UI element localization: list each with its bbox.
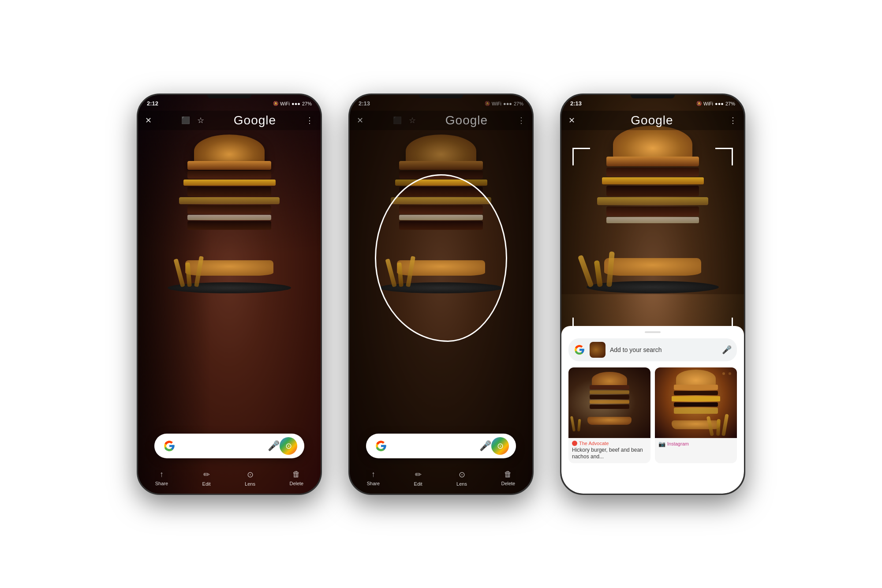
- lens-label: Lens: [245, 481, 255, 487]
- share-action[interactable]: ↑ Share: [155, 470, 168, 487]
- delete-label: Delete: [289, 481, 303, 486]
- share-action-2[interactable]: ↑ Share: [367, 470, 380, 487]
- result-image-2: [655, 367, 737, 438]
- lens-action-icon: ⊙: [247, 470, 254, 479]
- status-bar-1: 2:12 🔕 WiFi ●●● 27%: [138, 95, 321, 111]
- instagram-icon: 📷: [658, 441, 665, 447]
- result-card-2[interactable]: 📷 Instagram: [655, 367, 737, 463]
- wifi-icon-2: WiFi: [492, 101, 501, 106]
- phone-3: 2:13 🔕 WiFi ●●● 27% ✕ Google ⋮: [560, 94, 745, 495]
- source-name-1: The Advocate: [579, 441, 609, 446]
- more-menu-1[interactable]: ⋮: [306, 116, 314, 125]
- app-title-1: Google: [234, 113, 276, 127]
- result-card-1[interactable]: The Advocate Hickory burger, beef and be…: [568, 367, 650, 463]
- bottom-actions-1: ↑ Share ✏ Edit ⊙ Lens 🗑 Delete: [138, 470, 321, 487]
- google-g-logo-2: [373, 438, 389, 454]
- close-button-2[interactable]: ✕: [357, 116, 363, 125]
- volume-down-button: [137, 236, 138, 267]
- delete-icon-2: 🗑: [504, 470, 512, 479]
- more-menu-3[interactable]: ⋮: [729, 116, 737, 125]
- crop-corner-tr: [715, 148, 733, 165]
- mic-icon-3[interactable]: 🎤: [722, 345, 732, 355]
- close-button-3[interactable]: ✕: [568, 116, 575, 125]
- edit-label: Edit: [202, 481, 211, 487]
- lens-action[interactable]: ⊙ Lens: [245, 470, 255, 487]
- volume-down-button-2: [348, 236, 349, 267]
- bottom-search-bar-2[interactable]: 🎤 ⊙: [366, 434, 516, 458]
- mute-icon: 🔕: [273, 101, 278, 106]
- share-icon-2: ↑: [371, 470, 375, 479]
- status-time-2: 2:13: [359, 100, 370, 107]
- signal-icon-3: ●●●: [715, 101, 724, 106]
- volume-down-button-3: [560, 236, 561, 267]
- result-meta-2: 📷 Instagram: [655, 438, 737, 450]
- edit-action[interactable]: ✏ Edit: [202, 470, 211, 487]
- mute-icon-2: 🔕: [485, 101, 490, 106]
- search-row[interactable]: Add to your search 🎤: [568, 338, 737, 361]
- mute-button: [137, 165, 138, 187]
- battery-text-3: 27%: [725, 101, 735, 106]
- edit-icon-2: ✏: [415, 470, 422, 479]
- app-bar-2: ✕ ⬛ ☆ Google ⋮: [350, 111, 532, 130]
- google-g-logo-1: [161, 438, 177, 454]
- lens-action-icon-2: ⊙: [459, 470, 465, 479]
- power-button-2: [533, 192, 534, 227]
- mute-icon-3: 🔕: [696, 101, 702, 106]
- wifi-icon-3: WiFi: [703, 101, 713, 106]
- cast-icon-2[interactable]: ⬛: [393, 116, 402, 124]
- bottom-actions-2: ↑ Share ✏ Edit ⊙ Lens 🗑 Delete: [350, 470, 532, 487]
- battery-text: 27%: [302, 101, 312, 106]
- app-bar-1: ✕ ⬛ ☆ Google ⋮: [138, 111, 321, 130]
- battery-text-2: 27%: [514, 101, 523, 106]
- phone-1-screen: 2:12 🔕 WiFi ●●● 27% ✕ ⬛ ☆ Google ⋮: [138, 95, 321, 494]
- phone-2-wrapper: 2:13 🔕 WiFi ●●● 27% ✕ ⬛ ☆ Google ⋮: [348, 94, 534, 495]
- result-image-1: [568, 367, 650, 438]
- signal-icon: ●●●: [292, 101, 300, 106]
- volume-up-button-3: [560, 196, 561, 227]
- phone-2-screen: 2:13 🔕 WiFi ●●● 27% ✕ ⬛ ☆ Google ⋮: [350, 95, 532, 494]
- lens-label-2: Lens: [456, 481, 467, 487]
- drag-handle[interactable]: [645, 331, 661, 333]
- result-meta-1: The Advocate Hickory burger, beef and be…: [568, 438, 650, 463]
- edit-action-2[interactable]: ✏ Edit: [414, 470, 422, 487]
- bottom-search-bar-1[interactable]: 🎤 ⊙: [154, 434, 304, 458]
- star-icon[interactable]: ☆: [197, 116, 204, 125]
- power-button-3: [744, 192, 745, 227]
- status-icons-1: 🔕 WiFi ●●● 27%: [273, 101, 312, 106]
- status-icons-3: 🔕 WiFi ●●● 27%: [696, 101, 735, 106]
- crop-corner-tl: [572, 148, 590, 165]
- lens-icon-1[interactable]: ⊙: [280, 437, 297, 455]
- status-bar-2: 2:13 🔕 WiFi ●●● 27%: [350, 95, 532, 111]
- star-icon-2[interactable]: ☆: [409, 116, 416, 125]
- close-button-1[interactable]: ✕: [145, 116, 152, 125]
- cast-icon[interactable]: ⬛: [181, 116, 190, 124]
- volume-up-button-2: [348, 196, 349, 227]
- app-title-3: Google: [631, 113, 673, 127]
- phone-1: 2:12 🔕 WiFi ●●● 27% ✕ ⬛ ☆ Google ⋮: [137, 94, 322, 495]
- mic-icon-1[interactable]: 🎤: [268, 440, 280, 452]
- share-icon: ↑: [160, 470, 164, 479]
- volume-up-button: [137, 196, 138, 227]
- phone-3-wrapper: 2:13 🔕 WiFi ●●● 27% ✕ Google ⋮: [560, 94, 745, 495]
- google-g-logo-3: [574, 344, 585, 356]
- app-title-2: Google: [445, 113, 488, 127]
- delete-action[interactable]: 🗑 Delete: [289, 470, 303, 487]
- result-title-1: Hickory burger, beef and bean nachos and…: [572, 447, 647, 461]
- search-placeholder-text[interactable]: Add to your search: [610, 346, 718, 353]
- mute-button-2: [348, 165, 349, 187]
- advocate-icon: [572, 441, 577, 446]
- delete-icon: 🗑: [292, 470, 300, 479]
- share-label-2: Share: [367, 481, 380, 486]
- signal-icon-2: ●●●: [503, 101, 512, 106]
- phone-3-screen: 2:13 🔕 WiFi ●●● 27% ✕ Google ⋮: [561, 95, 744, 494]
- phone-2: 2:13 🔕 WiFi ●●● 27% ✕ ⬛ ☆ Google ⋮: [348, 94, 534, 495]
- delete-action-2[interactable]: 🗑 Delete: [501, 470, 515, 487]
- more-menu-2[interactable]: ⋮: [517, 116, 525, 125]
- mic-icon-2[interactable]: 🎤: [479, 440, 491, 452]
- wifi-icon: WiFi: [280, 101, 290, 106]
- result-source-2: 📷 Instagram: [658, 441, 733, 447]
- lens-action-2[interactable]: ⊙ Lens: [456, 470, 467, 487]
- burger-thumbnail: [590, 342, 605, 358]
- edit-icon: ✏: [203, 470, 210, 479]
- lens-icon-2[interactable]: ⊙: [491, 437, 509, 455]
